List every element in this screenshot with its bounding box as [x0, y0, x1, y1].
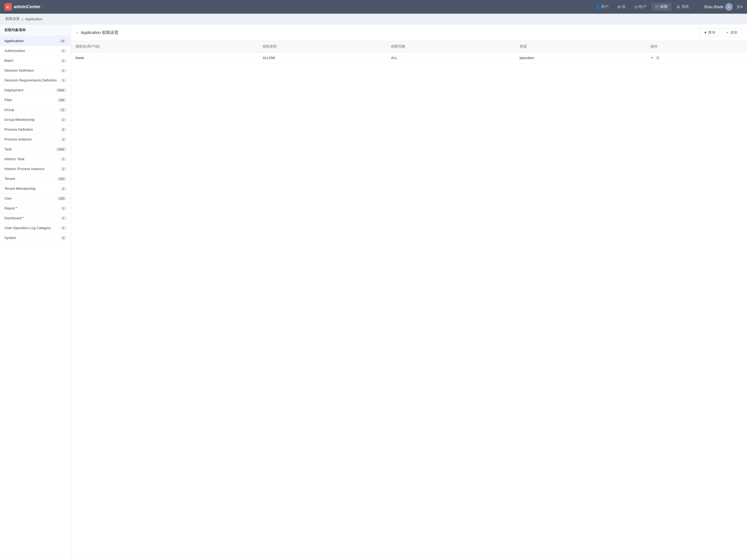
sidebar-item-process-definition[interactable]: Process Definition 6 [0, 125, 71, 134]
sidebar-item-authorization-badge: 1 [60, 49, 67, 53]
system-nav-icon: 🖥 [676, 5, 680, 9]
sidebar-item-batch-badge: 1 [60, 59, 67, 62]
nav-item-system[interactable]: 🖥 系统 [673, 3, 693, 11]
sidebar-item-dashboard-badge: 1 [60, 216, 67, 220]
header: e: adminCenter ▾ 👤 用户 ⊞ 组 ◎ 租户 🛡 权限 🖥 系统… [0, 0, 747, 14]
nav-tenant-label: 租户 [639, 4, 646, 9]
nav-item-user[interactable]: 👤 用户 [591, 3, 613, 11]
cell-user-group: blade [71, 52, 258, 63]
nav-group-label: 组 [622, 4, 626, 9]
sidebar-item-application-badge: 26 [59, 39, 67, 43]
breadcrumb: 权限设置 | Application [0, 14, 747, 24]
nav-item-permission[interactable]: 🛡 权限 [651, 3, 672, 11]
sidebar-item-decision-definition-label: Decision Definition [4, 68, 34, 73]
sidebar-item-user-label: User [4, 196, 12, 200]
table-wrap: 授权给(用户/组) 授权类型 权限范围 资源 操作 blade ALLOW AL… [71, 41, 747, 63]
content-area: ‹ Application 权限设置 ▼ 查询 ＋ 添加 授权给(用户/组) [71, 24, 747, 560]
content-title-row: ‹ Application 权限设置 [77, 30, 119, 35]
filter-label: 查询 [708, 30, 715, 35]
cell-resource: bpezdem [515, 52, 646, 63]
sidebar-item-task[interactable]: Task 1686 [0, 144, 71, 154]
sidebar-item-user-badge: 209 [57, 197, 67, 200]
col-auth-type: 授权类型 [258, 41, 387, 52]
logo[interactable]: e: adminCenter ▾ [4, 3, 44, 11]
sidebar-item-tenant-badge: 203 [57, 177, 67, 181]
header-nav: 👤 用户 ⊞ 组 ◎ 租户 🛡 权限 🖥 系统 [591, 3, 693, 11]
sidebar-item-authorization-label: Authorization [4, 49, 25, 53]
lang-switcher[interactable]: 文A [737, 4, 743, 9]
nav-item-tenant[interactable]: ◎ 租户 [630, 3, 650, 11]
sidebar-item-historic-task-badge: 2 [60, 157, 67, 161]
sidebar-item-decision-requirements-badge: 1 [60, 78, 67, 82]
col-resource: 资源 [515, 41, 646, 52]
sidebar-item-historic-process-instance-label: Historic Process Instance [4, 167, 45, 171]
user-avatar: A [725, 3, 733, 11]
sidebar-item-dashboard[interactable]: Dashboard * 1 [0, 213, 71, 223]
sidebar-item-user-operation-log[interactable]: User Operation Log Category 1 [0, 223, 71, 233]
sidebar-item-historic-process-instance[interactable]: Historic Process Instance 2 [0, 164, 71, 174]
sidebar-item-process-definition-label: Process Definition [4, 127, 33, 131]
sidebar-item-group-label: Group [4, 108, 14, 112]
sidebar-item-tenant-membership[interactable]: Tenant Membership 2 [0, 184, 71, 194]
content-title: Application 权限设置 [81, 30, 119, 35]
user-name: Shao Blade [704, 5, 723, 9]
sidebar-item-decision-definition[interactable]: Decision Definition 2 [0, 66, 71, 75]
sidebar-item-authorization[interactable]: Authorization 1 [0, 46, 71, 56]
logo-dropdown-arrow[interactable]: ▾ [42, 5, 44, 8]
sidebar-item-process-instance[interactable]: Process Instance 2 [0, 134, 71, 144]
sidebar-item-task-badge: 1686 [55, 147, 67, 151]
breadcrumb-item-2[interactable]: Application [25, 17, 42, 21]
sidebar-item-user[interactable]: User 209 [0, 194, 71, 203]
table-header-row: 授权给(用户/组) 授权类型 权限范围 资源 操作 [71, 41, 747, 52]
sidebar-item-filter-label: Filter [4, 98, 12, 102]
main-layout: 权限对象清单 Application 26 Authorization 1 Ba… [0, 24, 747, 560]
sidebar-item-batch[interactable]: Batch 1 [0, 56, 71, 66]
add-button[interactable]: ＋ 添加 [722, 28, 742, 37]
sidebar-item-user-operation-log-label: User Operation Log Category [4, 226, 51, 230]
content-header: ‹ Application 权限设置 ▼ 查询 ＋ 添加 [71, 24, 747, 41]
sidebar-item-system[interactable]: System 0 [0, 233, 71, 243]
group-nav-icon: ⊞ [617, 5, 621, 9]
breadcrumb-item-1[interactable]: 权限设置 [5, 17, 20, 21]
cell-operations: ✏ 🗑 [646, 52, 747, 63]
sidebar-item-system-label: System [4, 236, 16, 240]
sidebar-item-filter[interactable]: Filter 206 [0, 95, 71, 105]
sidebar-item-tenant[interactable]: Tenant 203 [0, 174, 71, 184]
header-user[interactable]: Shao Blade A 文A [704, 3, 743, 11]
add-icon: ＋ [726, 30, 729, 35]
col-user-group: 授权给(用户/组) [71, 41, 258, 52]
sidebar-item-tenant-membership-badge: 2 [60, 187, 67, 190]
sidebar-item-deployment-label: Deployment [4, 88, 23, 92]
sidebar-item-historic-task[interactable]: Historic Task 2 [0, 154, 71, 164]
sidebar-item-process-instance-badge: 2 [60, 137, 67, 142]
back-button[interactable]: ‹ [77, 30, 78, 35]
sidebar-item-historic-task-label: Historic Task [4, 157, 24, 161]
sidebar-item-report[interactable]: Report * 1 [0, 203, 71, 213]
nav-item-group[interactable]: ⊞ 组 [614, 3, 629, 11]
sidebar-item-group-membership[interactable]: Group Membership 2 [0, 115, 71, 125]
tenant-nav-icon: ◎ [634, 5, 638, 9]
filter-icon: ▼ [703, 31, 707, 35]
sidebar-item-historic-process-instance-badge: 2 [60, 167, 67, 171]
filter-button[interactable]: ▼ 查询 [699, 28, 719, 37]
edit-button[interactable]: ✏ [650, 55, 654, 60]
sidebar-item-deployment-badge: 4566 [55, 88, 67, 92]
content-actions: ▼ 查询 ＋ 添加 [699, 28, 742, 37]
logo-text: adminCenter [14, 4, 41, 9]
sidebar-item-application[interactable]: Application 26 [0, 36, 71, 46]
nav-system-label: 系统 [681, 4, 689, 9]
sidebar-item-system-badge: 0 [60, 236, 67, 240]
nav-permission-label: 权限 [660, 4, 668, 9]
sidebar-item-filter-badge: 206 [57, 98, 67, 102]
sidebar: 权限对象清单 Application 26 Authorization 1 Ba… [0, 24, 71, 560]
sidebar-item-user-operation-log-badge: 1 [60, 226, 67, 230]
sidebar-item-report-label: Report * [4, 206, 18, 210]
sidebar-item-dashboard-label: Dashboard * [4, 216, 24, 220]
user-nav-icon: 👤 [595, 5, 600, 9]
sidebar-item-group[interactable]: Group 72 [0, 105, 71, 115]
delete-button[interactable]: 🗑 [656, 55, 660, 60]
cell-scope: ALL [387, 52, 515, 63]
sidebar-item-deployment[interactable]: Deployment 4566 [0, 85, 71, 95]
action-buttons: ✏ 🗑 [650, 55, 743, 60]
sidebar-item-decision-requirements[interactable]: Decision Requirements Definition 1 [0, 75, 71, 85]
